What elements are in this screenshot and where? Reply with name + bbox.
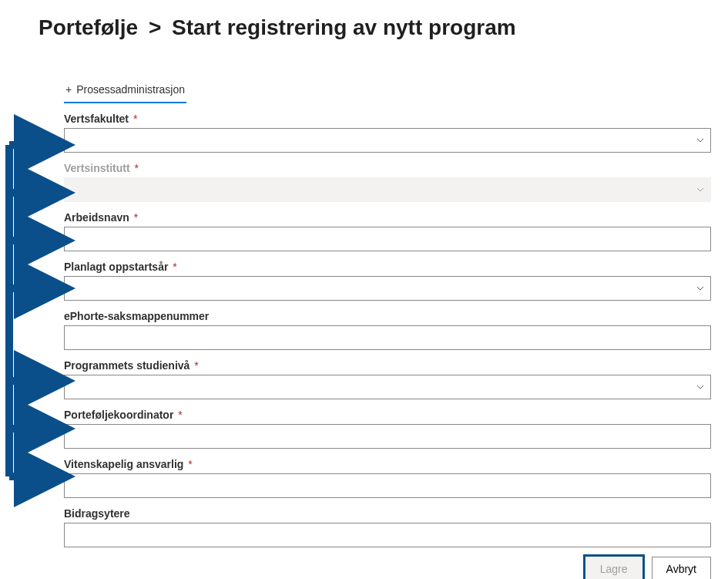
label-arbeidsnavn: Arbeidsnavn * xyxy=(64,211,711,224)
required-marker: * xyxy=(194,359,198,372)
field-ephorte: ePhorte-saksmappenummer xyxy=(64,310,711,350)
save-button[interactable]: Lagre xyxy=(585,557,642,579)
input-arbeidsnavn[interactable] xyxy=(64,227,711,251)
select-planlagt-oppstartsaar[interactable] xyxy=(64,276,711,301)
label-koordinator: Porteføljekoordinator * xyxy=(64,409,711,421)
input-koordinator[interactable] xyxy=(64,424,711,449)
field-vertsfakultet: Vertsfakultet * xyxy=(64,113,711,153)
label-text: Programmets studienivå xyxy=(64,359,190,372)
label-vertsinstitutt: Vertsinstitutt * xyxy=(64,162,711,174)
label-text: Bidragsytere xyxy=(64,507,130,520)
label-text: Porteføljekoordinator xyxy=(64,409,173,421)
form-container: + Prosessadministrasjon Vertsfakultet * … xyxy=(64,79,711,579)
label-text: Vertsinstitutt xyxy=(64,162,130,174)
required-marker: * xyxy=(133,113,137,125)
label-bidragsytere: Bidragsytere xyxy=(64,507,711,520)
tab-label: Prosessadministrasjon xyxy=(76,83,185,96)
breadcrumb-leaf: Start registrering av nytt program xyxy=(172,15,516,39)
input-bidragsytere[interactable] xyxy=(64,523,711,547)
select-studienivaa[interactable] xyxy=(64,375,711,399)
field-planlagt-oppstartsaar: Planlagt oppstartsår * xyxy=(64,261,711,301)
field-bidragsytere: Bidragsytere xyxy=(64,507,711,547)
label-vertsfakultet: Vertsfakultet * xyxy=(64,113,711,125)
cancel-button[interactable]: Avbryt xyxy=(652,557,711,579)
label-planlagt-oppstartsaar: Planlagt oppstartsår * xyxy=(64,261,711,273)
required-marker: * xyxy=(173,261,176,273)
label-text: Arbeidsnavn xyxy=(64,211,129,224)
chevron-down-icon xyxy=(696,136,704,144)
required-marker: * xyxy=(178,409,182,421)
tab-bar: + Prosessadministrasjon xyxy=(64,79,711,103)
required-marker: * xyxy=(188,458,192,470)
label-text: ePhorte-saksmappenummer xyxy=(64,310,209,322)
label-text: Vertsfakultet xyxy=(64,113,129,125)
select-vertsfakultet[interactable] xyxy=(64,128,711,153)
button-row: Lagre Avbryt xyxy=(64,557,711,579)
chevron-down-icon xyxy=(696,284,704,292)
select-vertsinstitutt xyxy=(64,177,711,202)
label-text: Planlagt oppstartsår xyxy=(64,261,168,273)
required-marker: * xyxy=(134,211,138,224)
input-ephorte[interactable] xyxy=(64,325,711,350)
label-studienivaa: Programmets studienivå * xyxy=(64,359,711,372)
input-vitenskapelig[interactable] xyxy=(64,473,711,498)
breadcrumb-separator: > xyxy=(144,15,166,39)
field-arbeidsnavn: Arbeidsnavn * xyxy=(64,211,711,251)
breadcrumb-root[interactable]: Portefølje xyxy=(39,15,138,39)
required-marker: * xyxy=(134,162,138,174)
page-title: Portefølje > Start registrering av nytt … xyxy=(0,0,728,40)
chevron-down-icon xyxy=(696,383,704,391)
field-studienivaa: Programmets studienivå * xyxy=(64,359,711,399)
plus-icon: + xyxy=(65,83,72,96)
tab-prosessadministrasjon[interactable]: + Prosessadministrasjon xyxy=(64,79,186,103)
field-vertsinstitutt: Vertsinstitutt * xyxy=(64,162,711,202)
chevron-down-icon xyxy=(696,186,704,194)
field-koordinator: Porteføljekoordinator * xyxy=(64,409,711,449)
field-vitenskapelig: Vitenskapelig ansvarlig * xyxy=(64,458,711,498)
label-vitenskapelig: Vitenskapelig ansvarlig * xyxy=(64,458,711,470)
label-text: Vitenskapelig ansvarlig xyxy=(64,458,183,470)
label-ephorte: ePhorte-saksmappenummer xyxy=(64,310,711,322)
